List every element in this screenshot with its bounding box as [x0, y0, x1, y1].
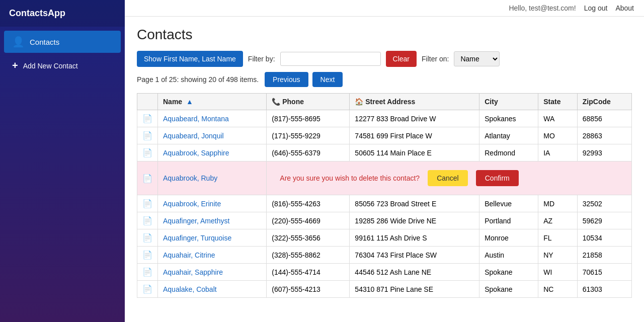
contacts-label: Contacts	[30, 38, 59, 46]
next-button[interactable]: Next	[312, 72, 343, 87]
greeting: Hello, test@test.com!	[509, 4, 576, 12]
show-name-button[interactable]: Show First Name, Last Name	[137, 51, 243, 67]
contact-link[interactable]: Aqualake, Cobalt	[163, 285, 217, 293]
delete-confirm-text: Are you sure you wish to delete this con…	[280, 174, 420, 182]
contact-name-cell: Aquabrook, Ruby	[158, 162, 267, 195]
phone-cell: (817)-555-8695	[267, 110, 350, 127]
pagination: Page 1 of 25: showing 20 of 498 items. P…	[137, 72, 632, 87]
edit-icon[interactable]: 📄	[142, 233, 152, 242]
col-city: City	[479, 94, 538, 110]
cancel-button[interactable]: Cancel	[428, 170, 468, 186]
page-info: Page 1 of 25: showing 20 of 498 items.	[137, 75, 259, 84]
page-heading: Contacts	[137, 27, 632, 43]
contact-link[interactable]: Aquahair, Citrine	[163, 251, 215, 259]
address-cell: 85056 723 Broad Street E	[350, 195, 479, 212]
zip-cell: 32502	[577, 195, 631, 212]
zip-cell: 70615	[577, 264, 631, 281]
table-row: 📄 Aquabrook, Ruby Are you sure you wish …	[137, 162, 632, 195]
contact-name-cell: Aquabeard, Montana	[158, 110, 267, 127]
topbar: Hello, test@test.com! Log out About	[125, 0, 644, 17]
edit-icon[interactable]: 📄	[142, 114, 152, 123]
contact-link[interactable]: Aquabrook, Erinite	[163, 200, 221, 208]
state-cell: MD	[538, 195, 578, 212]
filter-on-select[interactable]: NamePhoneCityStateZipCode	[454, 51, 500, 66]
filter-label: Filter by:	[248, 55, 275, 63]
edit-cell: 📄	[137, 195, 158, 212]
main-panel: Hello, test@test.com! Log out About Cont…	[125, 0, 644, 322]
table-row: 📄 Aqualake, Cobalt (607)-555-4213 54310 …	[137, 281, 632, 298]
contact-link[interactable]: Aquabeard, Montana	[163, 115, 229, 123]
address-cell: 76304 743 First Place SW	[350, 247, 479, 264]
table-row: 📄 Aquahair, Sapphire (144)-555-4714 4454…	[137, 264, 632, 281]
previous-button[interactable]: Previous	[265, 72, 308, 87]
phone-cell: (220)-555-4669	[267, 212, 350, 229]
edit-icon[interactable]: 📄	[142, 268, 152, 276]
add-new-contact[interactable]: + Add New Contact	[4, 55, 121, 76]
table-row: 📄 Aquafinger, Amethyst (220)-555-4669 19…	[137, 212, 632, 229]
zip-cell: 28863	[577, 127, 631, 144]
add-contact-label: Add New Contact	[23, 62, 78, 70]
state-cell: FL	[538, 229, 578, 247]
contact-name-cell: Aquabeard, Jonquil	[158, 127, 267, 144]
contact-link[interactable]: Aquahair, Sapphire	[163, 268, 223, 276]
edit-cell: 📄	[137, 162, 158, 195]
table-row: 📄 Aquabrook, Sapphire (646)-555-6379 506…	[137, 144, 632, 162]
zip-cell: 21858	[577, 247, 631, 264]
edit-icon[interactable]: 📄	[142, 216, 152, 225]
col-zip: ZipCode	[577, 94, 631, 110]
contact-name-cell: Aquahair, Sapphire	[158, 264, 267, 281]
logout-button[interactable]: Log out	[584, 4, 608, 12]
edit-icon[interactable]: 📄	[142, 131, 152, 140]
city-cell: Bellevue	[479, 195, 538, 212]
contact-name-cell: Aquafinger, Turquoise	[158, 229, 267, 247]
edit-icon[interactable]: 📄	[142, 174, 152, 183]
edit-cell: 📄	[137, 144, 158, 162]
state-cell: NY	[538, 247, 578, 264]
about-button[interactable]: About	[615, 4, 634, 12]
app-title: ContactsApp	[0, 0, 125, 27]
phone-cell: (322)-555-3656	[267, 229, 350, 247]
delete-confirm-inner: Are you sure you wish to delete this con…	[272, 165, 626, 191]
filter-input[interactable]	[280, 52, 381, 66]
edit-icon[interactable]: 📄	[142, 251, 152, 259]
home-icon: 🏠	[355, 98, 363, 106]
edit-icon[interactable]: 📄	[142, 199, 152, 208]
contact-link[interactable]: Aquafinger, Turquoise	[163, 234, 231, 242]
col-name[interactable]: Name ▲	[158, 94, 267, 110]
content: Contacts Show First Name, Last Name Filt…	[125, 17, 644, 322]
address-cell: 44546 512 Ash Lane NE	[350, 264, 479, 281]
address-cell: 99161 115 Ash Drive S	[350, 229, 479, 247]
edit-cell: 📄	[137, 110, 158, 127]
city-cell: Spokane	[479, 281, 538, 298]
toolbar: Show First Name, Last Name Filter by: Cl…	[137, 51, 632, 67]
contacts-icon: 👤	[12, 36, 25, 48]
nav-contacts[interactable]: 👤 Contacts	[4, 31, 121, 53]
edit-icon[interactable]: 📄	[142, 148, 152, 157]
table-row: 📄 Aquafinger, Turquoise (322)-555-3656 9…	[137, 229, 632, 247]
clear-button[interactable]: Clear	[386, 51, 417, 67]
table-row: 📄 Aquabeard, Jonquil (171)-555-9229 7458…	[137, 127, 632, 144]
contact-link[interactable]: Aquabeard, Jonquil	[163, 132, 224, 140]
plus-icon: +	[12, 60, 18, 71]
address-cell: 74581 699 First Place W	[350, 127, 479, 144]
state-cell: NC	[538, 281, 578, 298]
edit-cell: 📄	[137, 212, 158, 229]
edit-icon[interactable]: 📄	[142, 285, 152, 293]
edit-cell: 📄	[137, 127, 158, 144]
city-cell: Portland	[479, 212, 538, 229]
table-row: 📄 Aquabrook, Erinite (816)-555-4263 8505…	[137, 195, 632, 212]
phone-cell: (646)-555-6379	[267, 144, 350, 162]
phone-cell: (144)-555-4714	[267, 264, 350, 281]
contact-link[interactable]: Aquafinger, Amethyst	[163, 217, 229, 225]
edit-cell: 📄	[137, 247, 158, 264]
phone-cell: (816)-555-4263	[267, 195, 350, 212]
zip-cell: 61303	[577, 281, 631, 298]
table-body: 📄 Aquabeard, Montana (817)-555-8695 1227…	[137, 110, 632, 298]
city-cell: Spokanes	[479, 110, 538, 127]
contact-link[interactable]: Aquabrook, Ruby	[163, 174, 217, 182]
zip-cell: 92993	[577, 144, 631, 162]
confirm-button[interactable]: Confirm	[476, 170, 519, 186]
contact-name-cell: Aquafinger, Amethyst	[158, 212, 267, 229]
col-phone: 📞 Phone	[267, 94, 350, 110]
contact-link[interactable]: Aquabrook, Sapphire	[163, 149, 229, 157]
